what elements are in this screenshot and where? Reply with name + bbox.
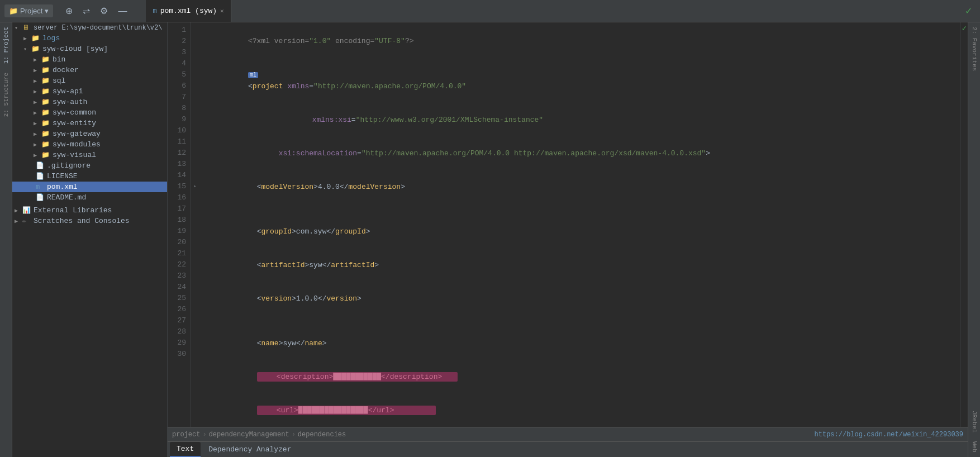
tree-item-syw-gateway[interactable]: ▶ 📁 syw-gateway [12,128,167,139]
tree-arrow-syw-visual: ▶ [34,152,41,159]
tree-item-license[interactable]: 📄 LICENSE [12,171,167,182]
tree-arrow-bin: ▶ [34,56,41,63]
bottom-tabs: Text Dependency Analyzer [168,441,968,457]
folder-sql-icon: 📁 [41,77,50,85]
project-tree[interactable]: ▾ 🖥 server E:\syw-document\trunk\v2\ ▶ 📁… [12,22,168,457]
gitignore-icon: 📄 [36,161,45,170]
tree-item-gitignore[interactable]: 📄 .gitignore [12,160,167,171]
ext-libs-icon: 📊 [22,206,31,215]
rail-favorites[interactable]: 2: Favorites [970,22,979,75]
tree-label-syw-modules: syw-modules [53,140,101,149]
folder-logs-icon: 📁 [31,34,40,42]
tab-bar: m pom.xml (syw) ✕ [146,0,231,22]
window-controls: ✓ [962,4,976,17]
project-icon: 📁 [9,7,18,15]
tree-item-external-libs[interactable]: ▶ 📊 External Libraries [12,205,167,216]
rail-project[interactable]: 1: Project [2,22,11,68]
editor-area: 12345 678910 1112131415 1617181920 21222… [168,22,968,457]
settings-icon[interactable]: ⚙ [97,4,111,17]
code-container[interactable]: 12345 678910 1112131415 1617181920 21222… [168,22,968,427]
tab-pom-xml[interactable]: m pom.xml (syw) ✕ [146,0,231,22]
folder-docker-icon: 📁 [41,66,50,74]
code-line-8: <artifactId>syw</artifactId> [204,249,960,282]
tree-item-scratches[interactable]: ▶ ✏ Scratches and Consoles [12,216,167,226]
tree-root[interactable]: ▾ 🖥 server E:\syw-document\trunk\v2\ [12,22,167,33]
tree-item-syw-auth[interactable]: ▶ 📁 syw-auth [12,97,167,107]
tab-label: pom.xml (syw) [160,7,217,15]
tree-item-syw-visual[interactable]: ▶ 📁 syw-visual [12,150,167,160]
breadcrumb: project › dependencyManagement › depende… [172,431,815,439]
tree-arrow-sql: ▶ [34,78,41,84]
tree-item-bin[interactable]: ▶ 📁 bin [12,54,167,65]
folder-syw-common-icon: 📁 [41,108,50,117]
status-url: https://blog.csdn.net/weixin_42293039 [815,431,963,439]
code-line-10 [204,316,960,327]
close-check-icon[interactable]: ✓ [962,4,976,17]
tree-label-pom-xml: pom.xml [47,183,78,191]
code-editor[interactable]: <?xml version="1.0" encoding="UTF-8"?> m… [199,22,960,427]
tree-arrow-logs: ▶ [23,35,31,42]
tree-item-readme[interactable]: 📄 README.md [12,192,167,203]
tree-arrow-syw-entity: ▶ [34,120,41,127]
code-line-13: <url>████████████████</url> [204,394,960,427]
tree-label-syw-auth: syw-auth [53,98,87,106]
rail-jrebel[interactable]: JRebel [970,406,979,437]
project-button[interactable]: 📁 Project ▾ [4,4,53,17]
tab-text[interactable]: Text [170,442,201,457]
tree-label-ext-libs: External Libraries [34,206,112,215]
code-line-4: xsi:schemaLocation="http://maven.apache.… [204,137,960,170]
tree-arrow-scratches: ▶ [15,218,22,225]
code-line-3: xmlns:xsi="http://www.w3.org/2001/XMLSch… [204,103,960,137]
code-line-12: <description>███████████</description> [204,360,960,394]
tree-item-pom-xml[interactable]: m pom.xml [12,182,167,192]
code-line-2: ml <project xmlns="http://maven.apache.o… [204,58,960,103]
tree-item-syw-common[interactable]: ▶ 📁 syw-common [12,107,167,118]
folder-syw-cloud-icon: 📁 [31,45,40,53]
tree-label-license: LICENSE [47,172,78,180]
tree-arrow-syw-gateway: ▶ [34,131,41,137]
rail-web[interactable]: Web [970,437,979,457]
tree-arrow-syw-common: ▶ [34,110,41,116]
right-gutter: ✓ [960,22,968,427]
code-line-7: <groupId>com.syw</groupId> [204,215,960,249]
rail-structure[interactable]: 2: Structure [2,68,11,121]
tree-label-docker: docker [53,66,79,74]
tree-server-label: server E:\syw-document\trunk\v2\ [34,24,162,32]
top-bar: 📁 Project ▾ ⊕ ⇌ ⚙ — m pom.xml (syw) ✕ ✓ [0,0,980,22]
tab-dependency-analyzer[interactable]: Dependency Analyzer [202,442,298,457]
xml-file-icon: m [153,7,156,15]
tree-label-bin: bin [53,55,65,64]
tree-item-docker[interactable]: ▶ 📁 docker [12,65,167,75]
tree-label-syw-api: syw-api [53,87,83,96]
tree-item-syw-api[interactable]: ▶ 📁 syw-api [12,86,167,97]
tree-label-syw-visual: syw-visual [53,151,96,159]
sync-icon[interactable]: ⇌ [79,4,93,17]
tree-arrow-syw-modules: ▶ [34,141,41,148]
tree-item-syw-modules[interactable]: ▶ 📁 syw-modules [12,139,167,150]
right-rail: 2: Favorites JRebel Web [968,22,980,457]
tree-label-syw-cloud: syw-cloud [syw] [42,45,108,53]
tree-item-logs[interactable]: ▶ 📁 logs [12,33,167,44]
tree-label-syw-common: syw-common [53,108,96,117]
top-action-icons: ⊕ ⇌ ⚙ — [62,4,130,17]
breadcrumb-sep-2: › [292,431,296,439]
line-numbers: 12345 678910 1112131415 1617181920 21222… [168,22,191,427]
tree-item-syw-entity[interactable]: ▶ 📁 syw-entity [12,118,167,128]
tree-label-syw-entity: syw-entity [53,119,96,127]
code-line-11: <name>syw</name> [204,327,960,360]
folder-syw-modules-icon: 📁 [41,140,50,149]
tab-close-icon[interactable]: ✕ [220,7,224,15]
tree-arrow-root: ▾ [15,25,22,31]
tree-item-syw-cloud[interactable]: ▾ 📁 syw-cloud [syw] [12,44,167,54]
tree-label-syw-gateway: syw-gateway [53,130,101,138]
add-file-icon[interactable]: ⊕ [62,4,76,17]
pom-xml-icon: m [36,183,45,191]
chevron-down-icon: ▾ [45,7,49,15]
folder-syw-api-icon: 📁 [41,87,50,96]
minimize-icon[interactable]: — [115,4,130,17]
breadcrumb-dependencies: dependencies [298,431,346,439]
tree-item-sql[interactable]: ▶ 📁 sql [12,75,167,86]
readme-icon: 📄 [36,193,45,202]
tree-label-readme: README.md [47,193,86,202]
status-bar: project › dependencyManagement › depende… [168,427,968,441]
